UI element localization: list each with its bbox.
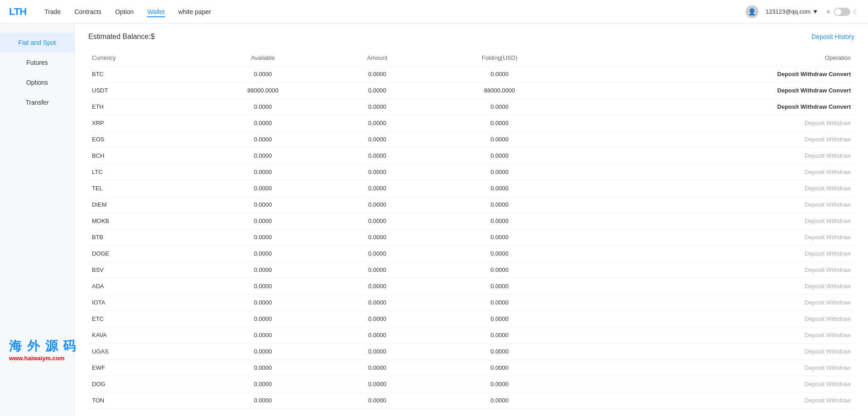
op-deposit-link[interactable]: Deposit	[805, 152, 825, 159]
op-deposit-link[interactable]: Deposit	[805, 397, 825, 404]
cell-available: 0.0000	[197, 311, 330, 327]
op-withdraw-link[interactable]: Withdraw	[826, 283, 851, 290]
cell-operation: Deposit Withdraw	[574, 327, 854, 343]
main-content: Estimated Balance:$ Deposit History Curr…	[75, 24, 868, 416]
cell-available: 0.0000	[197, 148, 330, 164]
op-deposit-link[interactable]: Deposit	[805, 169, 825, 175]
cell-operation: Deposit Withdraw Convert	[574, 82, 854, 99]
sidebar-item-options[interactable]: Options	[0, 73, 74, 92]
op-withdraw-link[interactable]: Withdraw	[826, 364, 851, 371]
nav-contracts[interactable]: Contracts	[74, 6, 101, 17]
op-convert-link[interactable]: Convert	[829, 71, 851, 77]
op-withdraw-link[interactable]: Withdraw	[826, 250, 851, 257]
op-withdraw-link[interactable]: Withdraw	[826, 169, 851, 175]
deposit-history-link[interactable]: Deposit History	[811, 33, 854, 40]
op-deposit-link[interactable]: Deposit	[805, 315, 825, 322]
moon-icon[interactable]: ☾	[853, 8, 859, 15]
op-withdraw-link[interactable]: Withdraw	[826, 201, 851, 208]
op-withdraw-link[interactable]: Withdraw	[801, 87, 827, 94]
cell-available: 0.0000	[197, 131, 330, 148]
cell-currency: DOGE	[88, 246, 197, 262]
sidebar-item-futures[interactable]: Futures	[0, 53, 74, 73]
op-withdraw-link[interactable]: Withdraw	[826, 315, 851, 322]
table-row: BTB 0.0000 0.0000 0.0000 Deposit Withdra…	[88, 229, 854, 246]
op-deposit-link[interactable]: Deposit	[805, 283, 825, 290]
op-deposit-link[interactable]: Deposit	[805, 348, 825, 355]
op-withdraw-link[interactable]: Withdraw	[826, 299, 851, 306]
op-deposit-link[interactable]: Deposit	[805, 381, 825, 387]
cell-folding: 0.0000	[425, 262, 574, 278]
cell-amount: 0.0000	[330, 262, 425, 278]
cell-available: 0.0000	[197, 262, 330, 278]
cell-operation: Deposit Withdraw	[574, 262, 854, 278]
op-deposit-link[interactable]: Deposit	[805, 332, 825, 339]
nav-option[interactable]: Option	[115, 6, 134, 17]
table-header: Currency Available Amount Folding(USD) O…	[88, 50, 854, 66]
op-withdraw-link[interactable]: Withdraw	[826, 120, 851, 126]
op-withdraw-link[interactable]: Withdraw	[826, 152, 851, 159]
op-deposit-link[interactable]: Deposit	[805, 218, 825, 224]
nav-wallet[interactable]: Wallet	[147, 6, 164, 17]
cell-currency: ADA	[88, 278, 197, 295]
op-deposit-link[interactable]: Deposit	[805, 250, 825, 257]
cell-operation: Deposit Withdraw	[574, 213, 854, 229]
op-withdraw-link[interactable]: Withdraw	[801, 71, 827, 77]
op-deposit-link[interactable]: Deposit	[777, 103, 799, 110]
theme-toggle[interactable]	[834, 8, 850, 16]
cell-available: 0.0000	[197, 327, 330, 343]
op-deposit-link[interactable]: Deposit	[805, 299, 825, 306]
balance-title: Estimated Balance:$	[88, 33, 155, 41]
cell-currency: EWF	[88, 360, 197, 376]
op-deposit-link[interactable]: Deposit	[805, 185, 825, 192]
cell-folding: 0.0000	[425, 180, 574, 197]
op-convert-link[interactable]: Convert	[829, 87, 851, 94]
cell-available: 0.0000	[197, 180, 330, 197]
cell-available: 0.0000	[197, 66, 330, 82]
op-deposit-link[interactable]: Deposit	[805, 364, 825, 371]
op-withdraw-link[interactable]: Withdraw	[826, 136, 851, 143]
op-withdraw-link[interactable]: Withdraw	[826, 332, 851, 339]
cell-amount: 0.0000	[330, 278, 425, 295]
table-row: TEL 0.0000 0.0000 0.0000 Deposit Withdra…	[88, 180, 854, 197]
op-deposit-link[interactable]: Deposit	[805, 120, 825, 126]
cell-available: 0.0000	[197, 295, 330, 311]
cell-currency: BTC	[88, 66, 197, 82]
op-deposit-link[interactable]: Deposit	[777, 71, 799, 77]
op-withdraw-link[interactable]: Withdraw	[826, 266, 851, 273]
cell-available: 0.0000	[197, 246, 330, 262]
table-row: TON 0.0000 0.0000 0.0000 Deposit Withdra…	[88, 392, 854, 409]
op-withdraw-link[interactable]: Withdraw	[826, 234, 851, 241]
logo: LTH	[9, 6, 26, 18]
op-deposit-link[interactable]: Deposit	[805, 266, 825, 273]
sidebar-item-fiat-spot[interactable]: Fiat and Spot	[0, 33, 74, 53]
cell-operation: Deposit Withdraw	[574, 360, 854, 376]
op-withdraw-link[interactable]: Withdraw	[826, 381, 851, 387]
op-withdraw-link[interactable]: Withdraw	[826, 218, 851, 224]
op-deposit-link[interactable]: Deposit	[805, 136, 825, 143]
cell-available: 88000.0000	[197, 82, 330, 99]
cell-available: 0.0000	[197, 164, 330, 180]
op-withdraw-link[interactable]: Withdraw	[801, 103, 827, 110]
op-convert-link[interactable]: Convert	[829, 103, 851, 110]
sidebar-item-transfer[interactable]: Transfer	[0, 92, 74, 112]
user-email[interactable]: 123123@qq.com ▼	[766, 8, 818, 15]
nav-whitepaper[interactable]: white paper	[178, 6, 211, 17]
op-withdraw-link[interactable]: Withdraw	[826, 185, 851, 192]
op-deposit-link[interactable]: Deposit	[805, 201, 825, 208]
cell-folding: 0.0000	[425, 213, 574, 229]
op-withdraw-link[interactable]: Withdraw	[826, 397, 851, 404]
op-deposit-link[interactable]: Deposit	[777, 87, 799, 94]
th-currency: Currency	[88, 50, 197, 66]
op-deposit-link[interactable]: Deposit	[805, 234, 825, 241]
cell-amount: 0.0000	[330, 148, 425, 164]
nav-trade[interactable]: Trade	[44, 6, 61, 17]
sun-icon[interactable]: ☀	[825, 8, 831, 15]
cell-folding: 0.0000	[425, 343, 574, 360]
table-row: BSV 0.0000 0.0000 0.0000 Deposit Withdra…	[88, 262, 854, 278]
table-row: BTC 0.0000 0.0000 0.0000 Deposit Withdra…	[88, 66, 854, 82]
cell-operation: Deposit Withdraw	[574, 197, 854, 213]
cell-amount: 0.0000	[330, 197, 425, 213]
op-withdraw-link[interactable]: Withdraw	[826, 348, 851, 355]
cell-currency: BTB	[88, 229, 197, 246]
header: LTH Trade Contracts Option Wallet white …	[0, 0, 868, 24]
